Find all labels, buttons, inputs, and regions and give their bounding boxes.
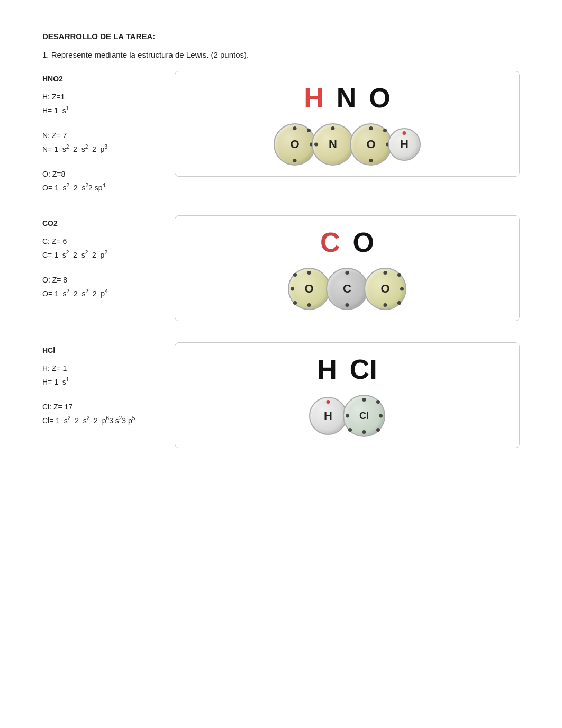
hcl-cl-circle: CI xyxy=(343,395,385,437)
question: 1. Represente mediante la estructura de … xyxy=(42,50,520,59)
co2-o1-circle: O xyxy=(288,268,330,310)
left-info-co2: CO2 C: Z= 6 C= 1 s2 2 s2 2 p2 O: Z= 8 O=… xyxy=(42,215,159,300)
hcl-circle-row: H CI xyxy=(309,395,385,437)
molecule-name-hno2: HNO2 xyxy=(42,73,159,86)
co2-o-symbol: O xyxy=(353,226,374,258)
molecule-name-hcl: HCl xyxy=(42,344,159,357)
co2-symbol-row: C O xyxy=(320,226,374,258)
molecule-block-hcl: HCl H: Z= 1 H= 1 s1 Cl: Z= 17 Cl= 1 s2 2… xyxy=(42,342,520,448)
section-title: DESARROLLO DE LA TAREA: xyxy=(42,32,520,41)
diagram-box-co2: C O O C O xyxy=(175,215,520,321)
hno2-h-circle: H xyxy=(388,128,421,161)
molecule-name-co2: CO2 xyxy=(42,217,159,230)
hcl-h-symbol: H xyxy=(317,353,337,385)
hno2-o-symbol: O xyxy=(369,82,390,114)
diagram-box-hcl: H CI H CI xyxy=(175,342,520,448)
co2-c-circle: C xyxy=(326,268,368,310)
co2-circle-row: O C O xyxy=(288,268,406,310)
hcl-h-circle: H xyxy=(309,397,347,435)
hno2-o1-circle: O xyxy=(274,123,316,166)
hcl-symbol-row: H CI xyxy=(317,353,377,385)
left-info-hcl: HCl H: Z= 1 H= 1 s1 Cl: Z= 17 Cl= 1 s2 2… xyxy=(42,342,159,427)
hno2-circle-row: O N O H xyxy=(274,123,421,166)
molecule-block-hno2: HNO2 H: Z=1 H= 1 s1 N: Z= 7 N= 1 s2 2 s2… xyxy=(42,71,520,194)
left-info-hno2: HNO2 H: Z=1 H= 1 s1 N: Z= 7 N= 1 s2 2 s2… xyxy=(42,71,159,194)
hcl-cl-symbol: CI xyxy=(350,353,377,385)
co2-o2-circle: O xyxy=(364,268,406,310)
co2-c-symbol: C xyxy=(320,226,340,258)
molecule-block-co2: CO2 C: Z= 6 C= 1 s2 2 s2 2 p2 O: Z= 8 O=… xyxy=(42,215,520,321)
hno2-n-circle: N xyxy=(312,123,354,166)
diagram-box-hno2: H N O O N O xyxy=(175,71,520,177)
hno2-o2-circle: O xyxy=(350,123,392,166)
hno2-h-symbol: H xyxy=(304,82,324,114)
hno2-n-symbol: N xyxy=(337,82,357,114)
hno2-symbol-row: H N O xyxy=(304,82,391,114)
